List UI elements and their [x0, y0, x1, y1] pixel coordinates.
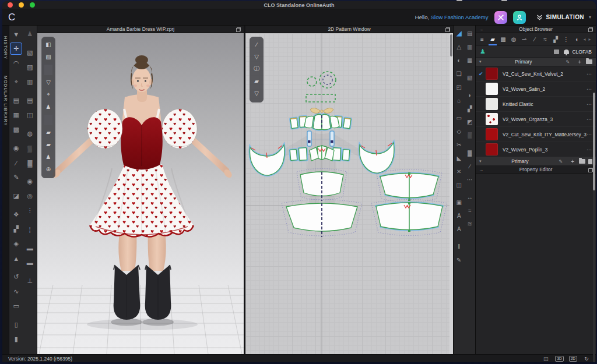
- bodice-pieces[interactable]: [290, 114, 351, 129]
- duplicate-button[interactable]: [588, 159, 592, 164]
- simulation-mode-button[interactable]: SIMULATION: [536, 14, 584, 20]
- show-dark-fabric-button[interactable]: ▰: [43, 139, 54, 150]
- tab-scene[interactable]: ≡: [477, 34, 487, 45]
- symmetric-paste-tool[interactable]: ◫: [454, 179, 464, 190]
- tab-graphic[interactable]: ▩: [498, 34, 508, 45]
- attach-to-avatar-tool[interactable]: ▞: [465, 103, 475, 114]
- float-window-icon[interactable]: [236, 27, 241, 32]
- avatar-pose-tool[interactable]: ♟: [24, 28, 36, 40]
- show-texture-2d-button[interactable]: ▽: [251, 88, 262, 98]
- fabric-swatch[interactable]: [486, 113, 498, 125]
- fabric-swatch[interactable]: [486, 68, 498, 80]
- fabric-swatch[interactable]: [486, 128, 498, 140]
- dart-tool[interactable]: ◇: [454, 126, 464, 136]
- tab-zipper[interactable]: ▞: [550, 34, 561, 45]
- show-avatar-button[interactable]: ♟: [43, 101, 54, 112]
- fabric-menu-button[interactable]: ⋯: [587, 116, 592, 122]
- fabric-item[interactable]: ✔ V2_Woven_Organza_3 ⋯: [476, 112, 596, 127]
- scene-avatar-icon[interactable]: ♟: [480, 48, 486, 55]
- fix-pin-tool[interactable]: ⌖: [10, 76, 22, 88]
- account-link[interactable]: Slow Fashion Academy: [431, 14, 489, 20]
- fit-map-tool[interactable]: ▥: [24, 76, 36, 88]
- avatar-3d-render[interactable]: ♥ ♥: [37, 33, 244, 354]
- library-icon[interactable]: [554, 50, 559, 54]
- view-3d-button[interactable]: 3D: [555, 356, 563, 362]
- clofab-bell-icon[interactable]: [564, 50, 569, 54]
- float-property-icon[interactable]: [588, 168, 593, 172]
- iron-press-tool[interactable]: ◗: [465, 90, 475, 100]
- tab-piping[interactable]: ⋮: [561, 34, 571, 45]
- elastic-tool[interactable]: ≈: [465, 205, 475, 215]
- avatar[interactable]: [51, 55, 234, 330]
- tabs-scroll-left-button[interactable]: ◂: [582, 37, 587, 42]
- zipper-pull-tool[interactable]: ⋮: [24, 204, 36, 217]
- arrange-pieces-tool[interactable]: ❖: [10, 208, 22, 221]
- edit-curvature-tool[interactable]: ◐: [454, 55, 464, 65]
- skirt-tier1-center[interactable]: [297, 169, 347, 202]
- baste-tool[interactable]: ∕: [465, 161, 475, 171]
- edit-curve-3d-tool[interactable]: ∿: [10, 285, 22, 298]
- fit-garment-tool[interactable]: ◩: [465, 116, 475, 127]
- split-view-button[interactable]: ◫: [542, 356, 550, 362]
- free-sewing-tool[interactable]: ▩: [10, 123, 22, 136]
- drape-cape-tool[interactable]: ▲: [10, 252, 22, 264]
- show-fabric-button[interactable]: ▰: [43, 127, 54, 137]
- mode-dropdown-caret[interactable]: ▾: [589, 15, 591, 20]
- tab-fabric[interactable]: ▰: [487, 34, 498, 45]
- show-pins-button[interactable]: ⌖: [43, 89, 54, 100]
- fabric-item[interactable]: ✔ V2_Cut_Sew_Knit_ITY_MatteJersey_3 ⋯: [476, 127, 596, 142]
- knit-map-tool[interactable]: ▒: [465, 130, 475, 140]
- show-fabric-2d-button[interactable]: ▰: [251, 76, 262, 86]
- show-garment-button[interactable]: ▽: [43, 77, 54, 87]
- fabric-item[interactable]: ✔ V2_Cut_Sew_Knit_Velvet_2 ⋯: [476, 66, 596, 82]
- fabric-group-header-top[interactable]: ▾ Primary ✎ +: [476, 58, 596, 66]
- flatten-tool[interactable]: ◪: [10, 190, 22, 202]
- tab-puckering[interactable]: ≈: [540, 34, 550, 45]
- ai-style-button[interactable]: [494, 11, 507, 24]
- zipper-open-tool[interactable]: ⊥: [24, 275, 36, 287]
- layer-garment-tool[interactable]: ◈: [10, 238, 22, 250]
- rename-group-icon[interactable]: ✎: [566, 59, 570, 65]
- dress-skirt[interactable]: [90, 164, 194, 237]
- float-panel-icon[interactable]: [588, 27, 593, 32]
- fabric-menu-button[interactable]: ⋯: [587, 147, 592, 153]
- knit-texture-tool[interactable]: ▒: [24, 142, 36, 154]
- tab-topstitch[interactable]: ∕: [529, 34, 540, 45]
- fabric-swatch[interactable]: [486, 143, 498, 156]
- render-style-button[interactable]: ◧: [43, 39, 54, 50]
- sync-button[interactable]: ↻: [582, 356, 591, 362]
- seam-ripper-tool[interactable]: ✂: [454, 139, 464, 150]
- fold-arrangement-tool[interactable]: ↺: [10, 271, 22, 283]
- show-environment-button[interactable]: ⊕: [43, 164, 54, 174]
- add-point-line-tool[interactable]: ◰: [454, 82, 464, 92]
- edit-pattern-tool[interactable]: △: [454, 41, 464, 52]
- fabric-roll-tool[interactable]: ▬: [24, 242, 36, 254]
- viewport-3d-canvas[interactable]: ◧▧▽⌖♟▰▰♟⊕ ♥ ♥: [37, 33, 244, 354]
- skirt-tier1-right[interactable]: [377, 169, 442, 202]
- modular-library-tab[interactable]: MODULAR LIBRARY: [3, 70, 8, 132]
- vest-drape-tool[interactable]: ▞: [10, 223, 22, 235]
- view-2d-button[interactable]: 2D: [569, 356, 577, 362]
- neckline-pieces[interactable]: [290, 146, 350, 161]
- fabric-brush-tool[interactable]: ✎: [10, 171, 22, 183]
- strain-map-tool[interactable]: ◫: [24, 109, 36, 121]
- garment-fit-check-tool[interactable]: ▧: [24, 47, 36, 59]
- zipper-tool[interactable]: ¦: [24, 223, 36, 235]
- sleeve-crescent-left[interactable]: [250, 145, 285, 175]
- segment-sew-2d-tool[interactable]: ▤: [465, 28, 475, 38]
- cut-sew-tool[interactable]: ✕: [454, 166, 464, 176]
- pattern-info-button[interactable]: ⓘ: [251, 63, 262, 74]
- select-lasso-tool[interactable]: ◠: [10, 57, 22, 69]
- shirring-tool[interactable]: ≋: [465, 218, 475, 229]
- viewport-3d-titlebar[interactable]: Amanda Barbie Dress WIP.zprj: [37, 26, 244, 33]
- fabric-item[interactable]: ✔ V2_Woven_Satin_2 ⋯: [476, 82, 596, 97]
- edit-pen-button[interactable]: ∕: [251, 39, 262, 50]
- mesh-view-tool[interactable]: ◍: [24, 128, 36, 140]
- pattern-pieces[interactable]: .dashG{fill:none;stroke:#3f9e52;stroke-w…: [245, 33, 453, 354]
- rectangle-pattern-tool[interactable]: ▭: [454, 112, 464, 123]
- measuring-tape-tool[interactable]: ▭: [10, 300, 22, 312]
- fabric-menu-button[interactable]: ⋯: [587, 132, 592, 137]
- fabric-swatch[interactable]: [486, 98, 498, 110]
- seam-allowance-tool[interactable]: ▣: [454, 197, 464, 207]
- sewing-machine-tool[interactable]: ▤: [10, 94, 22, 107]
